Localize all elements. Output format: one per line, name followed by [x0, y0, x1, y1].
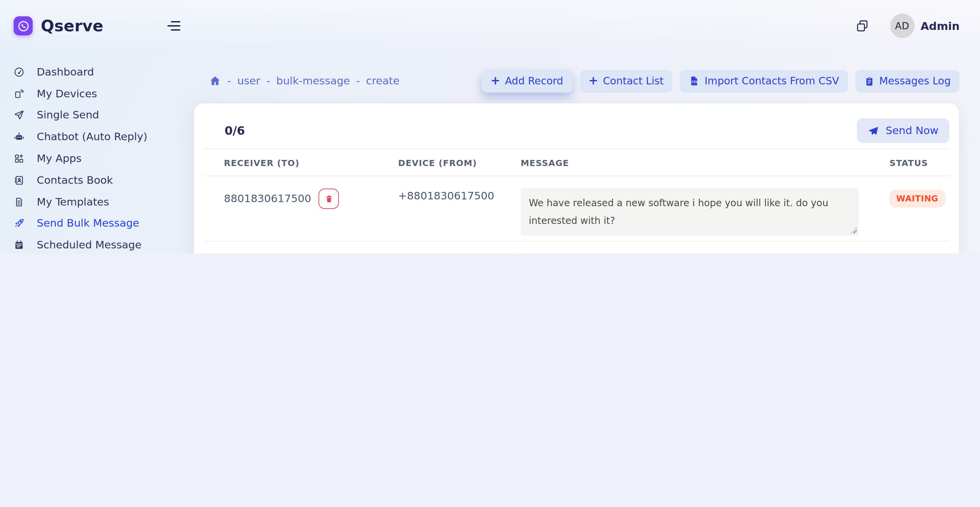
windows-copy-icon[interactable] [854, 18, 869, 33]
sidebar-item-label: My Templates [37, 195, 109, 208]
sidebar-item-dashboard[interactable]: Dashboard [14, 61, 194, 83]
sidebar-item-label: My Apps [37, 153, 82, 165]
receiver-number: 8801830617500 [224, 192, 311, 205]
sidebar-item-my-templates[interactable]: My Templates [14, 191, 194, 213]
sidebar-item-label: Single Send [37, 109, 99, 121]
app-title: Qserve [41, 17, 103, 35]
col-header-message: MESSAGE [520, 158, 859, 168]
plus-icon: + [490, 75, 500, 86]
breadcrumb: - user - bulk-message - create [209, 75, 399, 87]
add-record-label: Add Record [505, 75, 563, 87]
send-plane-icon [868, 125, 880, 137]
sidebar: Dashboard My Devices Single Send Chatbot… [0, 52, 194, 253]
device-number: +8801830617500 [398, 190, 520, 202]
col-header-device: DEVICE (FROM) [398, 158, 520, 168]
sidebar-item-label: Chatbot (Auto Reply) [37, 131, 147, 143]
breadcrumb-separator: - [356, 75, 360, 87]
table-header: RECEIVER (TO) DEVICE (FROM) MESSAGE STAT… [204, 149, 950, 176]
col-header-receiver: RECEIVER (TO) [204, 158, 398, 168]
sidebar-item-contacts-book[interactable]: Contacts Book [14, 170, 194, 191]
contact-list-button[interactable]: + Contact List [579, 70, 672, 92]
sidebar-item-label: Dashboard [37, 66, 94, 78]
clipboard-icon [864, 76, 875, 86]
template-file-icon [14, 196, 24, 207]
main-content: - user - bulk-message - create + Add Rec… [194, 52, 980, 253]
paper-plane-icon [14, 110, 24, 121]
action-buttons: + Add Record + Contact List CSV Import C… [482, 70, 959, 92]
send-now-button[interactable]: Send Now [857, 118, 950, 143]
sidebar-item-single-send[interactable]: Single Send [14, 105, 194, 126]
bulk-message-card: 0/6 Send Now RECEIVER (TO) DEVICE (FROM)… [194, 103, 959, 253]
trash-icon [324, 194, 333, 203]
table-row: 8801830617511 +8801830617500 We have rel… [204, 241, 950, 253]
sidebar-item-send-bulk-message[interactable]: Send Bulk Message [14, 213, 194, 234]
send-now-label: Send Now [886, 124, 939, 137]
import-contacts-csv-button[interactable]: CSV Import Contacts From CSV [680, 70, 848, 92]
messages-log-label: Messages Log [879, 75, 951, 87]
rocket-icon [14, 218, 24, 229]
sidebar-item-scheduled-message[interactable]: Scheduled Message [14, 234, 194, 253]
sidebar-item-my-devices[interactable]: My Devices [14, 83, 194, 105]
brand[interactable]: Qserve [14, 16, 103, 35]
import-contacts-csv-label: Import Contacts From CSV [705, 75, 839, 87]
app-window: Qserve AD Admin Dashboard My Devices [0, 0, 980, 253]
add-record-button[interactable]: + Add Record [482, 70, 572, 92]
topbar: Qserve AD Admin [0, 0, 980, 52]
contact-list-label: Contact List [603, 75, 664, 87]
sidebar-item-my-apps[interactable]: My Apps [14, 148, 194, 170]
apps-grid-plus-icon [14, 153, 24, 164]
svg-text:CSV: CSV [692, 81, 698, 84]
breadcrumb-user[interactable]: user [237, 75, 260, 87]
message-textarea[interactable]: We have released a new software i hope y… [520, 253, 859, 253]
breadcrumb-separator: - [266, 75, 270, 87]
delete-row-button[interactable] [318, 189, 339, 209]
address-book-icon [14, 175, 24, 186]
messages-log-button[interactable]: Messages Log [856, 70, 959, 92]
progress-counter: 0/6 [224, 124, 245, 137]
smartphone-signal-icon [14, 88, 24, 99]
sidebar-item-label: Send Bulk Message [37, 218, 139, 230]
sidebar-item-label: My Devices [37, 87, 97, 100]
home-icon[interactable] [209, 75, 221, 87]
avatar[interactable]: AD [890, 14, 914, 38]
sidebar-nav: Dashboard My Devices Single Send Chatbot… [14, 61, 194, 253]
breadcrumb-bulk-message[interactable]: bulk-message [276, 75, 350, 87]
calendar-icon [14, 240, 24, 251]
robot-icon [14, 132, 24, 143]
sidebar-item-label: Scheduled Message [37, 239, 142, 251]
sidebar-toggle-icon[interactable] [165, 18, 183, 34]
csv-file-icon: CSV [689, 76, 700, 86]
message-textarea[interactable]: We have released a new software i hope y… [520, 188, 859, 235]
topbar-right: AD Admin [854, 14, 959, 38]
plus-icon: + [588, 75, 598, 86]
breadcrumb-separator: - [227, 75, 231, 87]
gauge-icon [14, 67, 24, 78]
breadcrumb-create[interactable]: create [366, 75, 399, 87]
table-row: 8801830617500 +8801830617500 We have rel… [204, 176, 950, 241]
sidebar-item-chatbot[interactable]: Chatbot (Auto Reply) [14, 126, 194, 148]
user-name: Admin [920, 19, 959, 32]
status-badge: WAITING [889, 190, 945, 208]
sidebar-item-label: Contacts Book [37, 174, 113, 186]
col-header-status: STATUS [889, 158, 928, 168]
whatsapp-logo-icon [14, 16, 33, 35]
